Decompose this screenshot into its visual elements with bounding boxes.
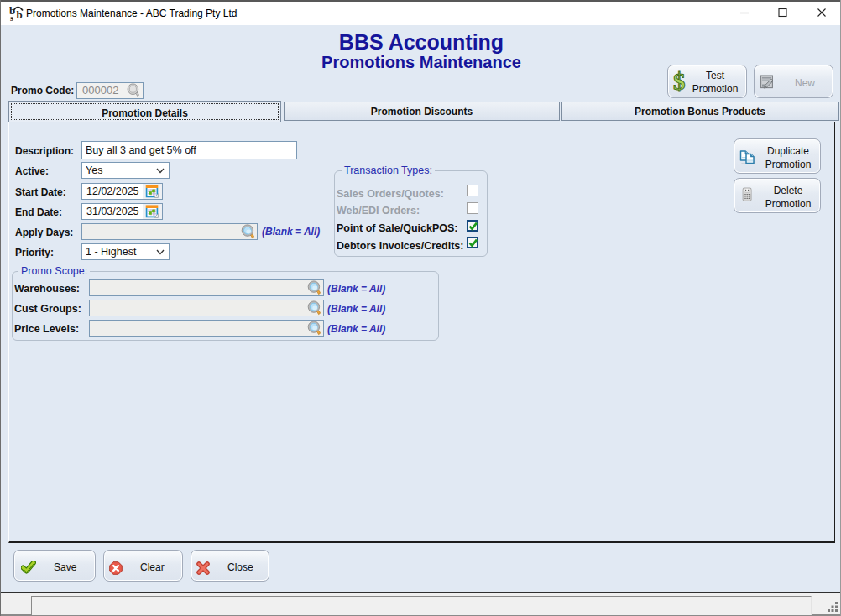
svg-text:b: b [17, 8, 23, 21]
svg-text:$: $ [673, 70, 686, 93]
svg-text:s: s [10, 13, 13, 21]
